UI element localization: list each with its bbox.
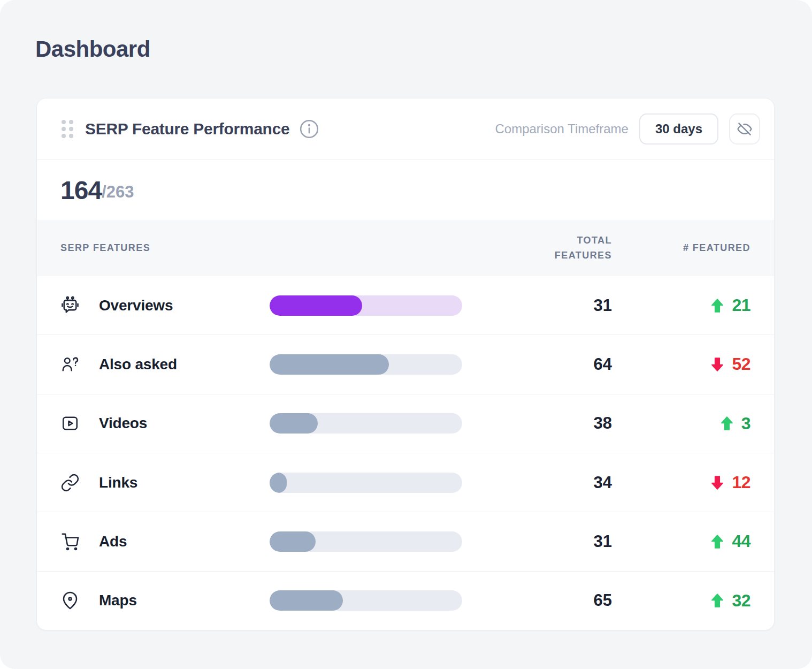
serp-performance-card: SERP Feature Performance Comparison Time… [36, 98, 775, 630]
feature-progress-bar [270, 590, 462, 611]
hide-widget-button[interactable] [729, 113, 760, 145]
dashboard-page: Dashboard SERP Feature Performance Compa… [0, 0, 812, 669]
arrow-up-icon [709, 592, 725, 609]
page-title: Dashboard [35, 36, 150, 62]
featured-change-cell: 21 [612, 295, 750, 315]
column-header-serp-features: SERP Features [60, 242, 270, 254]
total-features-value: 64 [462, 355, 612, 374]
robot-icon [60, 296, 80, 315]
feature-label: Also asked [99, 356, 177, 373]
feature-label: Links [99, 474, 137, 491]
feature-progress-fill [270, 473, 287, 493]
arrow-down-icon [709, 356, 725, 372]
total-features-value: 31 [462, 296, 612, 315]
person-question-icon [60, 355, 80, 374]
featured-change-cell: 32 [612, 591, 750, 611]
feature-label: Overviews [99, 297, 173, 314]
featured-change-value: 32 [732, 591, 750, 611]
feature-label: Maps [99, 592, 137, 609]
table-row: Videos 38 3 [37, 394, 774, 453]
table-row: Links 34 12 [37, 453, 774, 512]
feature-progress-fill [270, 531, 316, 552]
cart-icon [60, 532, 80, 551]
column-header-featured: # Featured [612, 242, 750, 254]
card-header-controls: Comparison Timeframe 30 days [495, 113, 761, 145]
featured-change-cell: 3 [612, 414, 750, 434]
featured-change-value: 12 [732, 473, 750, 492]
featured-change-cell: 52 [612, 354, 750, 374]
eye-off-icon [737, 121, 753, 137]
featured-change-value: 52 [732, 354, 750, 374]
table-header-row: SERP Features Total Features # Featured [37, 220, 774, 276]
comparison-timeframe-label: Comparison Timeframe [495, 121, 629, 136]
arrow-up-icon [709, 534, 725, 550]
summary-section: 164 /263 [37, 160, 774, 220]
featured-change-cell: 44 [612, 531, 750, 551]
featured-change-value: 21 [732, 295, 750, 315]
featured-change-value: 44 [732, 531, 750, 551]
feature-progress-bar [270, 531, 462, 552]
feature-label: Ads [99, 533, 127, 550]
timeframe-select-button[interactable]: 30 days [639, 113, 718, 145]
table-row: Ads 31 44 [37, 512, 774, 571]
feature-progress-fill [270, 413, 318, 434]
summary-current-count: 164 [60, 176, 102, 205]
total-features-value: 31 [462, 532, 612, 551]
card-header: SERP Feature Performance Comparison Time… [37, 98, 774, 160]
arrow-up-icon [709, 298, 725, 314]
info-icon[interactable] [299, 119, 319, 139]
feature-progress-bar [270, 354, 462, 375]
feature-progress-bar [270, 473, 462, 493]
feature-progress-fill [270, 354, 389, 375]
feature-rows: Overviews 31 21 Also asked 64 52 Videos [37, 276, 774, 630]
map-pin-icon [60, 591, 80, 610]
feature-label: Videos [99, 415, 147, 432]
table-row: Also asked 64 52 [37, 335, 774, 394]
feature-progress-bar [270, 295, 462, 316]
link-icon [60, 473, 80, 492]
table-row: Maps 65 32 [37, 572, 774, 630]
total-features-value: 38 [462, 414, 612, 433]
feature-progress-fill [270, 590, 343, 611]
card-title: SERP Feature Performance [85, 120, 289, 138]
featured-change-cell: 12 [612, 473, 750, 492]
video-icon [60, 414, 80, 433]
drag-handle-icon[interactable] [60, 117, 76, 141]
featured-change-value: 3 [741, 414, 750, 434]
arrow-down-icon [709, 475, 725, 491]
feature-progress-bar [270, 413, 462, 434]
arrow-up-icon [719, 415, 735, 431]
table-row: Overviews 31 21 [37, 276, 774, 335]
total-features-value: 65 [462, 591, 612, 610]
feature-progress-fill [270, 295, 362, 316]
total-features-value: 34 [462, 473, 612, 492]
column-header-total-features: Total Features [462, 233, 612, 263]
summary-total-count: /263 [102, 183, 134, 202]
